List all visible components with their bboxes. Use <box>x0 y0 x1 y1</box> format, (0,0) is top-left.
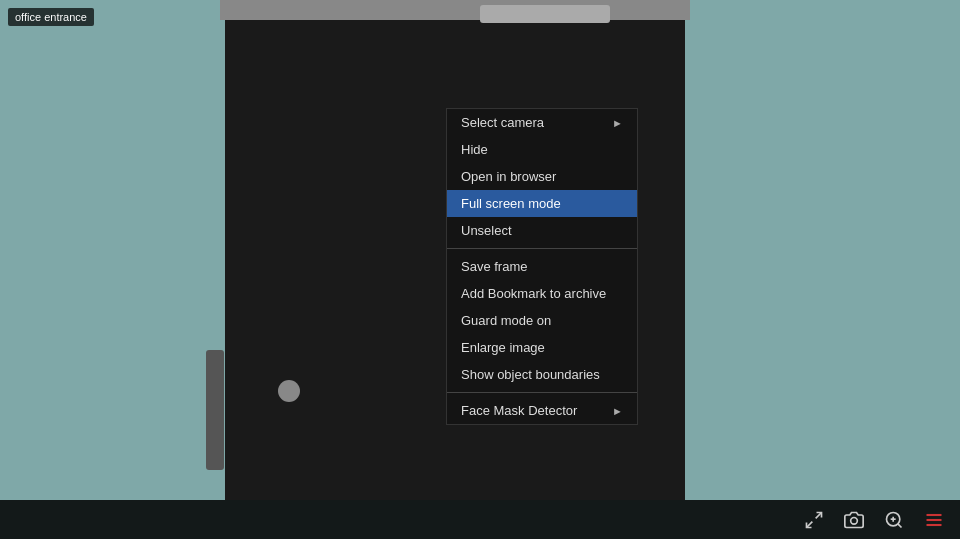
svg-line-0 <box>816 512 822 518</box>
door-hardware <box>480 5 610 23</box>
menu-divider-1 <box>447 248 637 249</box>
menu-item-face-mask[interactable]: Face Mask Detector ► <box>447 397 637 424</box>
menu-item-enlarge-image[interactable]: Enlarge image <box>447 334 637 361</box>
menu-item-label: Show object boundaries <box>461 367 600 382</box>
menu-item-save-frame[interactable]: Save frame <box>447 253 637 280</box>
zoom-button[interactable] <box>878 504 910 536</box>
menu-item-label: Save frame <box>461 259 527 274</box>
menu-item-label: Face Mask Detector <box>461 403 577 418</box>
menu-item-show-boundaries[interactable]: Show object boundaries <box>447 361 637 388</box>
menu-item-label: Enlarge image <box>461 340 545 355</box>
menu-item-add-bookmark[interactable]: Add Bookmark to archive <box>447 280 637 307</box>
svg-point-2 <box>851 517 858 524</box>
menu-item-label: Add Bookmark to archive <box>461 286 606 301</box>
submenu-chevron: ► <box>612 117 623 129</box>
screenshot-button[interactable] <box>838 504 870 536</box>
menu-item-full-screen[interactable]: Full screen mode <box>447 190 637 217</box>
menu-item-unselect[interactable]: Unselect <box>447 217 637 244</box>
context-menu: Select camera ► Hide Open in browser Ful… <box>446 108 638 425</box>
menu-item-label: Select camera <box>461 115 544 130</box>
menu-item-select-camera[interactable]: Select camera ► <box>447 109 637 136</box>
bottom-toolbar <box>0 500 960 539</box>
fullscreen-button[interactable] <box>798 504 830 536</box>
door-knob <box>278 380 300 402</box>
menu-item-hide[interactable]: Hide <box>447 136 637 163</box>
menu-item-label: Guard mode on <box>461 313 551 328</box>
menu-divider-2 <box>447 392 637 393</box>
camera-view: office entrance Select camera ► Hide Ope… <box>0 0 960 539</box>
menu-item-label: Hide <box>461 142 488 157</box>
menu-item-open-in-browser[interactable]: Open in browser <box>447 163 637 190</box>
menu-item-label: Full screen mode <box>461 196 561 211</box>
hamburger-menu-button[interactable] <box>918 504 950 536</box>
menu-item-guard-mode[interactable]: Guard mode on <box>447 307 637 334</box>
menu-item-label: Unselect <box>461 223 512 238</box>
submenu-chevron: ► <box>612 405 623 417</box>
svg-line-1 <box>807 521 813 527</box>
svg-line-4 <box>898 523 902 527</box>
menu-item-label: Open in browser <box>461 169 556 184</box>
door-frame-top <box>220 0 690 20</box>
door-panel <box>206 350 224 470</box>
camera-label: office entrance <box>8 8 94 26</box>
